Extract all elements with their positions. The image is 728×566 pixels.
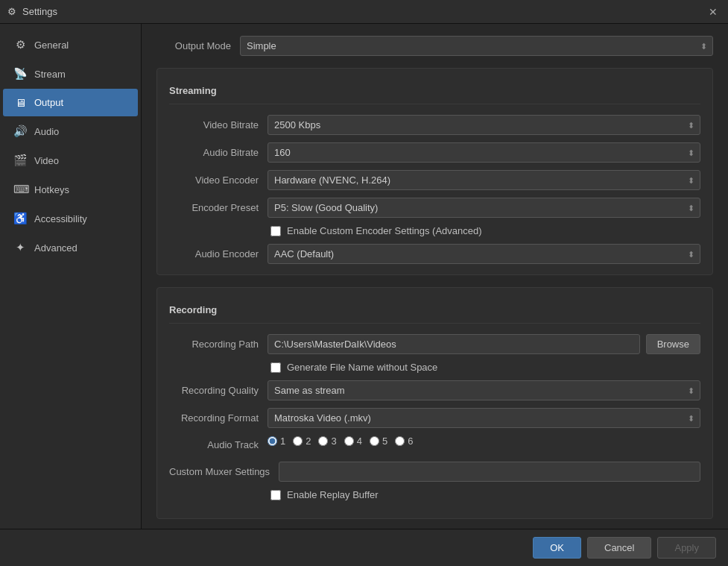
output-icon: 🖥: [13, 96, 27, 109]
track-item-6: 6: [395, 435, 413, 447]
audio-track-controls: 1 2 3 4: [268, 435, 700, 447]
recording-header: Recording: [169, 298, 700, 324]
content-area: Output Mode Simple Advanced Streaming Vi…: [142, 24, 728, 529]
custom-encoder-row: Enable Custom Encoder Settings (Advanced…: [169, 225, 700, 236]
encoder-preset-label: Encoder Preset: [169, 202, 259, 213]
sidebar-label-advanced: Advanced: [34, 242, 77, 254]
video-encoder-select[interactable]: Hardware (NVENC, H.264): [268, 170, 700, 190]
recording-quality-control: Same as stream: [268, 380, 700, 400]
generate-filename-row: Generate File Name without Space: [169, 362, 700, 373]
content-inner: Output Mode Simple Advanced Streaming Vi…: [142, 24, 728, 529]
generate-filename-label[interactable]: Generate File Name without Space: [287, 362, 437, 373]
recording-quality-select[interactable]: Same as stream: [268, 380, 700, 400]
track-label-2: 2: [306, 435, 311, 447]
custom-muxer-label: Custom Muxer Settings: [169, 466, 270, 477]
track-item-4: 4: [344, 435, 362, 447]
cancel-button[interactable]: Cancel: [587, 537, 651, 559]
sidebar-label-general: General: [34, 40, 69, 51]
sidebar: ⚙ General 📡 Stream 🖥 Output 🔊 Audio 🎬 Vi…: [0, 24, 142, 529]
video-icon: 🎬: [13, 154, 27, 167]
recording-format-label: Recording Format: [169, 412, 259, 424]
replay-buffer-label[interactable]: Enable Replay Buffer: [287, 489, 379, 500]
title-bar-title: Settings: [22, 6, 57, 17]
audio-track-label: Audio Track: [169, 439, 259, 450]
track-label-3: 3: [331, 435, 336, 447]
hotkeys-icon: ⌨: [13, 183, 27, 196]
output-mode-select[interactable]: Simple Advanced: [240, 36, 713, 56]
audio-bitrate-select[interactable]: 160: [268, 142, 700, 163]
audio-encoder-row: Audio Encoder AAC (Default): [169, 244, 700, 264]
custom-encoder-checkbox[interactable]: [270, 226, 281, 236]
output-mode-select-wrap: Simple Advanced: [240, 36, 713, 56]
sidebar-item-general[interactable]: ⚙ General: [3, 31, 138, 59]
advanced-icon: ✦: [13, 241, 27, 254]
video-bitrate-control: 2500 Kbps: [268, 115, 700, 135]
video-encoder-row: Video Encoder Hardware (NVENC, H.264): [169, 170, 700, 190]
sidebar-label-video: Video: [34, 155, 59, 166]
sidebar-item-stream[interactable]: 📡 Stream: [3, 60, 138, 88]
custom-muxer-row: Custom Muxer Settings: [169, 462, 700, 482]
apply-button[interactable]: Apply: [657, 537, 716, 559]
track-label-6: 6: [408, 435, 413, 447]
sidebar-item-video[interactable]: 🎬 Video: [3, 146, 138, 174]
recording-section: Recording Recording Path Browse Generate…: [156, 287, 713, 519]
track-label-5: 5: [382, 435, 387, 447]
track-radio-3[interactable]: [318, 436, 328, 446]
recording-path-label: Recording Path: [169, 339, 259, 350]
encoder-preset-select[interactable]: P5: Slow (Good Quality): [268, 198, 700, 218]
title-bar-left: ⚙ Settings: [7, 6, 57, 17]
audio-encoder-select[interactable]: AAC (Default): [268, 244, 700, 264]
generate-filename-checkbox[interactable]: [270, 362, 281, 373]
general-icon: ⚙: [13, 38, 27, 51]
track-item-1: 1: [268, 435, 285, 447]
stream-icon: 📡: [13, 67, 27, 81]
settings-icon: ⚙: [7, 6, 16, 17]
track-radio-4[interactable]: [344, 436, 354, 446]
ok-button[interactable]: OK: [533, 537, 581, 559]
sidebar-label-output: Output: [34, 97, 63, 108]
recording-path-row: Recording Path Browse: [169, 334, 700, 354]
output-mode-label: Output Mode: [156, 40, 231, 51]
streaming-header: Streaming: [169, 79, 700, 104]
audio-bitrate-label: Audio Bitrate: [169, 147, 259, 158]
custom-muxer-input[interactable]: [279, 462, 700, 482]
audio-bitrate-row: Audio Bitrate 160: [169, 142, 700, 163]
recording-path-input[interactable]: [268, 334, 640, 354]
title-bar: ⚙ Settings ✕: [0, 0, 728, 24]
track-radio-2[interactable]: [293, 436, 303, 446]
recording-format-control: Matroska Video (.mkv): [268, 408, 700, 428]
sidebar-item-accessibility[interactable]: ♿ Accessibility: [3, 204, 138, 233]
sidebar-item-hotkeys[interactable]: ⌨ Hotkeys: [3, 175, 138, 204]
track-radio-6[interactable]: [395, 436, 405, 446]
recording-format-select[interactable]: Matroska Video (.mkv): [268, 408, 700, 428]
recording-quality-label: Recording Quality: [169, 385, 259, 396]
output-mode-row: Output Mode Simple Advanced: [156, 36, 713, 56]
sidebar-item-output[interactable]: 🖥 Output: [3, 89, 138, 116]
video-encoder-control: Hardware (NVENC, H.264): [268, 170, 700, 190]
streaming-section: Streaming Video Bitrate 2500 Kbps Audio …: [156, 68, 713, 275]
sidebar-label-hotkeys: Hotkeys: [34, 184, 69, 195]
sidebar-item-advanced[interactable]: ✦ Advanced: [3, 233, 138, 262]
video-bitrate-select[interactable]: 2500 Kbps: [268, 115, 700, 135]
recording-format-row: Recording Format Matroska Video (.mkv): [169, 408, 700, 428]
accessibility-icon: ♿: [13, 212, 27, 225]
track-item-3: 3: [318, 435, 336, 447]
sidebar-label-accessibility: Accessibility: [34, 213, 87, 224]
audio-track-row: Audio Track 1 2 3: [169, 435, 700, 454]
audio-icon: 🔊: [13, 125, 27, 138]
sidebar-item-audio[interactable]: 🔊 Audio: [3, 117, 138, 145]
replay-buffer-row: Enable Replay Buffer: [169, 489, 700, 500]
video-bitrate-row: Video Bitrate 2500 Kbps: [169, 115, 700, 135]
encoder-preset-control: P5: Slow (Good Quality): [268, 198, 700, 218]
custom-encoder-label[interactable]: Enable Custom Encoder Settings (Advanced…: [287, 225, 482, 236]
replay-buffer-checkbox[interactable]: [270, 490, 281, 500]
track-radio-1[interactable]: [268, 436, 277, 446]
audio-bitrate-control: 160: [268, 142, 700, 163]
browse-button[interactable]: Browse: [646, 334, 700, 354]
track-radio-5[interactable]: [370, 436, 379, 446]
sidebar-label-stream: Stream: [34, 69, 66, 80]
close-button[interactable]: ✕: [706, 4, 721, 19]
track-label-1: 1: [280, 435, 285, 447]
sidebar-label-audio: Audio: [34, 126, 59, 137]
encoder-preset-row: Encoder Preset P5: Slow (Good Quality): [169, 198, 700, 218]
